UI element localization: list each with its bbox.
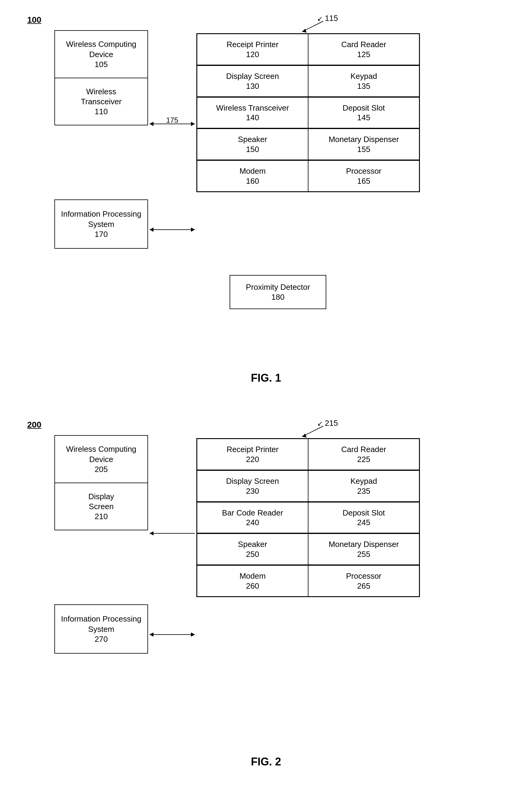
- fig1-row2: Display Screen 130 Keypad 135: [197, 65, 419, 97]
- fig2-ips-num: 270: [59, 635, 143, 644]
- fig1-wireless-transceiver-num: 140: [246, 113, 259, 122]
- fig1-wt-num: 110: [59, 107, 143, 116]
- fig2-row5: Modem 260 Processor 265: [197, 565, 419, 597]
- fig1-ips-num: 170: [59, 230, 143, 239]
- fig2-modem-num: 260: [246, 581, 259, 591]
- fig2-monetary-dispenser-label: Monetary Dispenser: [329, 540, 399, 550]
- fig2-row2: Display Screen 230 Keypad 235: [197, 471, 419, 502]
- figure-2-section: 200 ↙ 215: [18, 417, 514, 765]
- fig2-ds-cell: DisplayScreen 210: [55, 483, 148, 530]
- fig2-display-screen-num: 230: [246, 487, 259, 496]
- fig2-processor-label: Processor: [346, 571, 381, 581]
- fig2-deposit-slot-num: 245: [357, 518, 370, 527]
- svg-marker-9: [302, 434, 307, 437]
- fig1-left-upper-box: Wireless ComputingDevice 105 WirelessTra…: [54, 30, 148, 126]
- fig1-cell-receipt-printer: Receipt Printer 120: [197, 34, 308, 65]
- svg-marker-4: [191, 122, 195, 126]
- fig1-processor-num: 165: [357, 176, 370, 186]
- fig1-row1: Receipt Printer 120 Card Reader 125: [197, 34, 419, 65]
- fig1-wcd-label: Wireless ComputingDevice: [59, 39, 143, 60]
- fig1-cell-keypad: Keypad 135: [308, 65, 419, 97]
- fig2-speaker-label: Speaker: [238, 540, 267, 550]
- fig1-modem-num: 160: [246, 176, 259, 186]
- fig2-ips-label: Information ProcessingSystem: [59, 614, 143, 635]
- fig1-proximity-box: Proximity Detector 180: [230, 275, 326, 309]
- fig1-receipt-printer-label: Receipt Printer: [227, 40, 279, 50]
- fig1-card-reader-num: 125: [357, 50, 370, 59]
- fig2-receipt-printer-num: 220: [246, 455, 259, 464]
- fig1-ips-label: Information ProcessingSystem: [59, 209, 143, 230]
- fig2-row1: Receipt Printer 220 Card Reader 225: [197, 439, 419, 471]
- fig2-cell-monetary-dispenser: Monetary Dispenser 255: [308, 534, 419, 565]
- svg-marker-13: [150, 633, 153, 637]
- fig2-ips-box: Information ProcessingSystem 270: [54, 604, 148, 654]
- fig1-modem-label: Modem: [240, 166, 266, 176]
- page: 100: [0, 0, 532, 792]
- fig1-display-screen-num: 130: [246, 81, 259, 91]
- fig1-arrow175-label: 175: [166, 116, 178, 125]
- fig2-cell-modem: Modem 260: [197, 565, 308, 597]
- fig1-proximity-label: Proximity Detector: [235, 282, 321, 293]
- fig1-wireless-transceiver-label: Wireless Transceiver: [216, 103, 289, 113]
- fig1-cell-card-reader: Card Reader 125: [308, 34, 419, 65]
- svg-marker-6: [150, 228, 153, 232]
- fig1-speaker-num: 150: [246, 145, 259, 154]
- fig1-keypad-label: Keypad: [350, 71, 377, 81]
- fig2-wcd-num: 205: [59, 465, 143, 474]
- fig1-deposit-slot-label: Deposit Slot: [343, 103, 385, 113]
- fig2-keypad-label: Keypad: [350, 476, 377, 487]
- fig2-card-reader-label: Card Reader: [341, 445, 386, 455]
- fig1-row3: Wireless Transceiver 140 Deposit Slot 14…: [197, 97, 419, 129]
- fig2-cell-deposit-slot: Deposit Slot 245: [308, 502, 419, 533]
- fig2-processor-num: 265: [357, 581, 370, 591]
- fig1-cell-deposit-slot: Deposit Slot 145: [308, 97, 419, 128]
- fig1-wt-label: WirelessTransceiver: [59, 87, 143, 107]
- fig2-ds-label: DisplayScreen: [59, 492, 143, 512]
- fig2-bracket-label: ↙ 215: [317, 418, 338, 428]
- svg-marker-14: [191, 633, 195, 637]
- fig1-cell-modem: Modem 160: [197, 161, 308, 192]
- fig1-cell-speaker: Speaker 150: [197, 129, 308, 160]
- fig1-wcd-cell: Wireless ComputingDevice 105: [55, 31, 148, 78]
- figure-1-section: 100: [18, 12, 514, 375]
- fig1-receipt-printer-num: 120: [246, 50, 259, 59]
- fig2-keypad-num: 235: [357, 487, 370, 496]
- fig1-speaker-label: Speaker: [238, 134, 267, 145]
- fig1-monetary-dispenser-label: Monetary Dispenser: [329, 134, 399, 145]
- svg-marker-3: [150, 122, 153, 126]
- fig1-row5: Modem 160 Processor 165: [197, 161, 419, 192]
- fig1-wt-cell: WirelessTransceiver 110: [55, 78, 148, 125]
- fig2-receipt-printer-label: Receipt Printer: [227, 445, 279, 455]
- fig1-keypad-num: 135: [357, 81, 370, 91]
- fig2-cell-display-screen: Display Screen 230: [197, 471, 308, 502]
- fig1-grid: Receipt Printer 120 Card Reader 125 Disp…: [196, 33, 420, 192]
- fig2-label: FIG. 2: [18, 755, 514, 768]
- fig2-ds-num: 210: [59, 512, 143, 521]
- svg-marker-11: [150, 531, 153, 535]
- fig1-bracket-label: ↙ 115: [317, 14, 338, 23]
- fig1-deposit-slot-num: 145: [357, 113, 370, 122]
- fig1-proximity-num: 180: [235, 293, 321, 302]
- fig1-label: FIG. 1: [18, 372, 514, 384]
- fig2-cell-keypad: Keypad 235: [308, 471, 419, 502]
- svg-marker-7: [191, 228, 195, 232]
- svg-marker-1: [302, 29, 307, 33]
- fig1-cell-wireless-transceiver: Wireless Transceiver 140: [197, 97, 308, 128]
- fig1-monetary-dispenser-num: 155: [357, 145, 370, 154]
- fig2-cell-card-reader: Card Reader 225: [308, 439, 419, 470]
- fig2-wcd-cell: Wireless ComputingDevice 205: [55, 436, 148, 483]
- fig2-wcd-label: Wireless ComputingDevice: [59, 444, 143, 465]
- fig1-cell-monetary-dispenser: Monetary Dispenser 155: [308, 129, 419, 160]
- fig1-cell-processor: Processor 165: [308, 161, 419, 192]
- fig2-cell-barcode-reader: Bar Code Reader 240: [197, 502, 308, 533]
- fig2-row3: Bar Code Reader 240 Deposit Slot 245: [197, 502, 419, 534]
- fig2-display-screen-label: Display Screen: [226, 476, 279, 487]
- fig1-display-screen-label: Display Screen: [226, 71, 279, 81]
- fig2-row4: Speaker 250 Monetary Dispenser 255: [197, 534, 419, 565]
- fig2-card-reader-num: 225: [357, 455, 370, 464]
- fig1-card-reader-label: Card Reader: [341, 40, 386, 50]
- fig1-wcd-num: 105: [59, 60, 143, 69]
- fig1-processor-label: Processor: [346, 166, 381, 176]
- fig2-cell-speaker: Speaker 250: [197, 534, 308, 565]
- fig2-cell-receipt-printer: Receipt Printer 220: [197, 439, 308, 470]
